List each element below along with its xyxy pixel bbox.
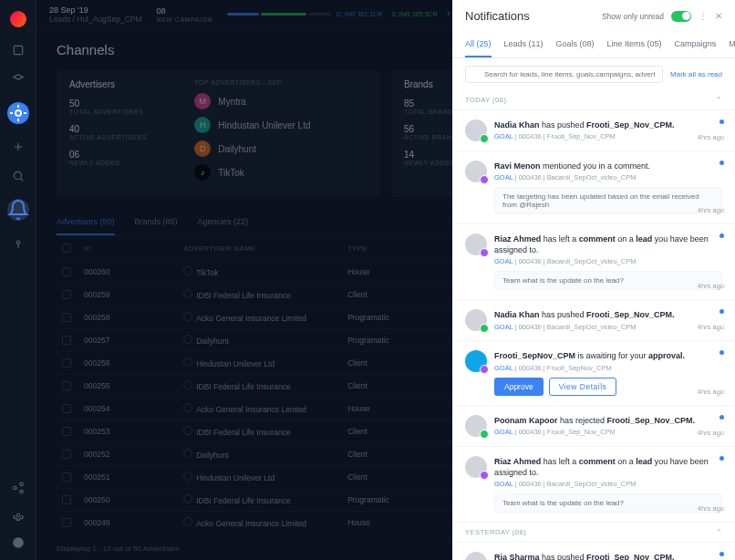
svg-point-3 — [16, 241, 20, 244]
notification-item[interactable]: Riaz Ahmed has left a comment on a lead … — [452, 224, 735, 300]
panel-title: Notifications — [465, 9, 602, 23]
nav-user-icon[interactable] — [12, 536, 25, 549]
nav-tag-icon[interactable] — [12, 237, 25, 250]
nav-channels-icon[interactable] — [7, 102, 29, 124]
chevron-up-icon: ⌃ — [716, 96, 723, 104]
notification-item[interactable]: Nadia Khan has pushed Frooti_Sep_Nov_CPM… — [452, 300, 735, 341]
mark-all-read[interactable]: Mark all as read — [670, 70, 722, 78]
left-rail — [0, 0, 36, 560]
approve-button[interactable]: Approve — [494, 378, 543, 396]
timestamp: 4hrs ago — [698, 133, 724, 141]
ptab-more[interactable]: M — [729, 32, 735, 57]
svg-point-4 — [19, 482, 23, 486]
timestamp: 4hrs ago — [698, 388, 724, 396]
timestamp: 4hrs ago — [698, 282, 724, 290]
section-today: TODAY (08)⌃ — [452, 90, 735, 110]
unread-dot — [719, 309, 724, 314]
ptab-lineitems[interactable]: Line Items (05) — [607, 32, 662, 57]
nav-add-icon[interactable] — [12, 140, 25, 153]
notification-item[interactable]: Riaz Ahmed has left a comment on a lead … — [452, 447, 735, 523]
timestamp: 4hrs ago — [698, 504, 724, 513]
avatar — [465, 552, 487, 560]
avatar — [465, 161, 487, 182]
view-details-button[interactable]: View Details — [549, 378, 617, 396]
svg-rect-0 — [14, 46, 22, 54]
avatar — [465, 350, 487, 372]
notification-item[interactable]: Ria Sharma has pushed Frooti_Sep_Nov_CPM… — [452, 543, 735, 560]
nav-notifications-icon[interactable] — [7, 199, 29, 221]
comment-quote: Team what is the update on the lead? — [494, 493, 722, 513]
nav-layers-icon[interactable] — [12, 73, 25, 86]
app-logo — [10, 11, 26, 27]
notification-item[interactable]: Nadia Khan has pushed Frooti_Sep_Nov_CPM… — [452, 110, 735, 151]
comment-quote: Team what is the update on the lead? — [494, 271, 722, 290]
chevron-up-icon: ⌃ — [716, 528, 723, 536]
unread-label: Show only unread — [602, 12, 664, 21]
avatar — [465, 309, 487, 331]
unread-dot — [719, 350, 724, 355]
nav-home-icon[interactable] — [12, 44, 25, 57]
notification-item[interactable]: Poonam Kapoor has rejected Frooti_Sep_No… — [452, 406, 735, 447]
unread-dot — [719, 456, 724, 461]
unread-toggle[interactable] — [671, 11, 691, 22]
avatar — [465, 415, 487, 437]
ptab-campaigns[interactable]: Campaigns — [675, 32, 717, 57]
notification-item[interactable]: Ravi Menon mentioned you in a comment.GO… — [452, 151, 735, 224]
more-icon[interactable]: ⋮ — [699, 11, 708, 21]
avatar — [465, 456, 487, 478]
nav-share-icon[interactable] — [12, 482, 25, 494]
comment-quote: The targeting has been updated based on … — [494, 187, 722, 214]
timestamp: 4hrs ago — [698, 206, 724, 214]
ptab-all[interactable]: All (25) — [465, 32, 492, 57]
unread-dot — [719, 415, 724, 420]
svg-point-1 — [16, 110, 21, 116]
unread-dot — [719, 552, 724, 556]
notification-search-input[interactable] — [465, 66, 663, 83]
svg-point-5 — [13, 486, 16, 490]
svg-point-2 — [14, 171, 21, 179]
unread-dot — [719, 161, 724, 165]
close-icon[interactable]: ✕ — [715, 11, 722, 21]
ptab-goals[interactable]: Goals (08) — [556, 32, 595, 57]
section-yesterday: YESTERDAY (08)⌃ — [452, 523, 735, 543]
svg-point-7 — [16, 513, 20, 517]
timestamp: 4hrs ago — [698, 429, 724, 437]
unread-dot — [719, 233, 724, 238]
unread-dot — [719, 119, 724, 124]
nav-settings-icon[interactable] — [12, 509, 25, 522]
nav-search-icon[interactable] — [12, 170, 25, 182]
avatar — [465, 233, 487, 255]
ptab-leads[interactable]: Leads (11) — [504, 32, 543, 57]
notification-item[interactable]: Frooti_SepNov_CPM is awaiting for your a… — [452, 341, 735, 405]
notifications-panel: Notifications Show only unread ⋮ ✕ All (… — [452, 0, 735, 560]
timestamp: 4hrs ago — [698, 323, 724, 331]
svg-point-8 — [13, 537, 24, 548]
svg-point-6 — [19, 490, 23, 493]
avatar — [465, 119, 487, 141]
